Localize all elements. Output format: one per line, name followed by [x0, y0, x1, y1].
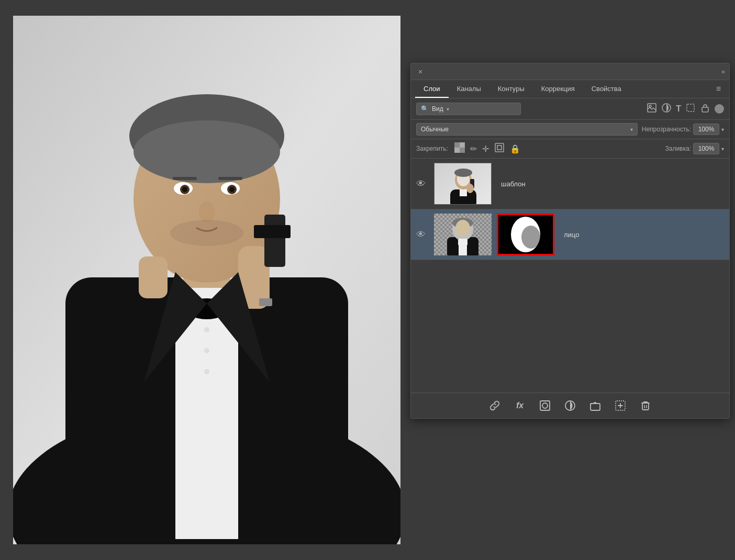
panel-toolbar: fx: [411, 393, 729, 418]
filter-label: Вид: [432, 105, 443, 113]
link-layers-button[interactable]: [487, 398, 502, 413]
layer-template-eye[interactable]: 👁: [416, 178, 429, 189]
background-photo: [13, 16, 400, 544]
filter-row: 🔍 Вид ▾ T: [411, 98, 729, 120]
svg-rect-39: [454, 148, 460, 153]
layer-template[interactable]: 👁: [411, 159, 729, 209]
svg-rect-65: [540, 401, 550, 410]
layer-template-thumbnail: [434, 163, 492, 205]
add-style-button[interactable]: fx: [513, 398, 527, 413]
panel-close-button[interactable]: ×: [416, 68, 425, 76]
svg-point-47: [454, 169, 472, 177]
svg-rect-15: [173, 177, 197, 180]
panel-menu-icon[interactable]: ≡: [712, 80, 725, 98]
tab-paths[interactable]: Контуры: [489, 81, 533, 98]
svg-rect-70: [642, 403, 649, 410]
filter-icons: T: [647, 103, 724, 115]
svg-point-8: [133, 120, 280, 183]
svg-point-29: [204, 369, 209, 374]
filter-toggle[interactable]: [715, 104, 724, 114]
lock-label: Закрепить:: [416, 145, 448, 152]
svg-rect-40: [495, 143, 504, 152]
svg-point-28: [204, 348, 209, 353]
fill-label: Заливка:: [665, 145, 691, 152]
layer-face-name: лицо: [560, 231, 579, 239]
fill-control: Заливка: 100% ▾: [665, 143, 724, 154]
svg-point-13: [182, 187, 187, 192]
svg-point-64: [521, 226, 540, 249]
layers-list: 👁: [411, 159, 729, 393]
layer-face-eye[interactable]: 👁: [416, 229, 429, 240]
svg-rect-37: [460, 148, 465, 153]
opacity-value[interactable]: 100%: [693, 124, 719, 135]
svg-rect-59: [459, 239, 467, 255]
new-group-button[interactable]: [588, 398, 603, 413]
filter-dropdown[interactable]: 🔍 Вид ▾: [416, 103, 521, 115]
fill-arrow[interactable]: ▾: [721, 146, 724, 152]
svg-rect-68: [591, 404, 600, 410]
layers-panel: × « Слои Каналы Контуры Коррекция Свойст…: [410, 63, 730, 419]
lock-position-button[interactable]: ✛: [482, 144, 489, 154]
layer-face-thumbnail: [434, 214, 492, 255]
layer-template-name: шаблон: [497, 180, 526, 188]
tab-corrections[interactable]: Коррекция: [533, 81, 583, 98]
svg-rect-16: [218, 177, 242, 180]
layer-face-mask: [497, 214, 554, 255]
fx-label: fx: [516, 401, 524, 410]
svg-rect-30: [259, 298, 272, 306]
svg-rect-34: [687, 104, 694, 111]
fill-value[interactable]: 100%: [693, 143, 719, 154]
lock-transparent-button[interactable]: [454, 142, 465, 155]
svg-point-66: [542, 403, 548, 408]
filter-selection-icon[interactable]: [685, 103, 696, 115]
panel-tabs: Слои Каналы Контуры Коррекция Свойства ≡: [411, 80, 729, 98]
svg-point-60: [455, 220, 470, 237]
filter-adjustment-icon[interactable]: [661, 103, 672, 115]
panel-collapse-button[interactable]: «: [721, 68, 724, 75]
svg-rect-22: [139, 256, 168, 298]
svg-rect-38: [460, 142, 465, 148]
tab-channels[interactable]: Каналы: [449, 81, 489, 98]
opacity-label: Непрозрачность:: [642, 126, 691, 133]
svg-rect-35: [702, 107, 708, 112]
delete-layer-button[interactable]: [638, 398, 653, 413]
svg-point-18: [170, 220, 243, 246]
tab-properties[interactable]: Свойства: [583, 81, 630, 98]
lock-all-button[interactable]: 🔒: [510, 144, 520, 154]
layer-face[interactable]: 👁: [411, 209, 729, 260]
tab-layers[interactable]: Слои: [415, 81, 449, 98]
add-mask-button[interactable]: [538, 398, 552, 413]
svg-rect-41: [497, 145, 502, 150]
svg-point-14: [229, 187, 235, 192]
search-icon: 🔍: [421, 105, 429, 113]
opacity-arrow[interactable]: ▾: [721, 127, 724, 132]
opacity-control: Непрозрачность: 100% ▾: [642, 124, 724, 135]
panel-titlebar: × «: [411, 63, 729, 80]
svg-rect-36: [454, 142, 460, 148]
new-fill-layer-button[interactable]: [563, 398, 577, 413]
filter-lock-icon[interactable]: [700, 103, 710, 115]
filter-image-icon[interactable]: [647, 103, 657, 115]
svg-point-17: [199, 201, 215, 222]
lock-icons: ✏ ✛ 🔒: [454, 142, 520, 155]
new-layer-button[interactable]: [613, 398, 628, 413]
svg-rect-20: [264, 215, 285, 267]
lock-artboard-button[interactable]: [494, 142, 505, 155]
blend-mode-dropdown[interactable]: Обычные ▾: [416, 123, 638, 136]
blend-dropdown-arrow: ▾: [630, 127, 633, 132]
dropdown-arrow-icon: ▾: [447, 106, 449, 112]
svg-point-49: [466, 184, 474, 193]
lock-pixels-button[interactable]: ✏: [470, 144, 477, 154]
lock-row: Закрепить: ✏ ✛: [411, 139, 729, 159]
filter-text-icon[interactable]: T: [676, 104, 681, 114]
blend-mode-row: Обычные ▾ Непрозрачность: 100% ▾: [411, 120, 729, 139]
svg-rect-21: [254, 225, 291, 238]
blend-mode-value: Обычные: [421, 126, 449, 133]
svg-point-27: [204, 327, 209, 332]
